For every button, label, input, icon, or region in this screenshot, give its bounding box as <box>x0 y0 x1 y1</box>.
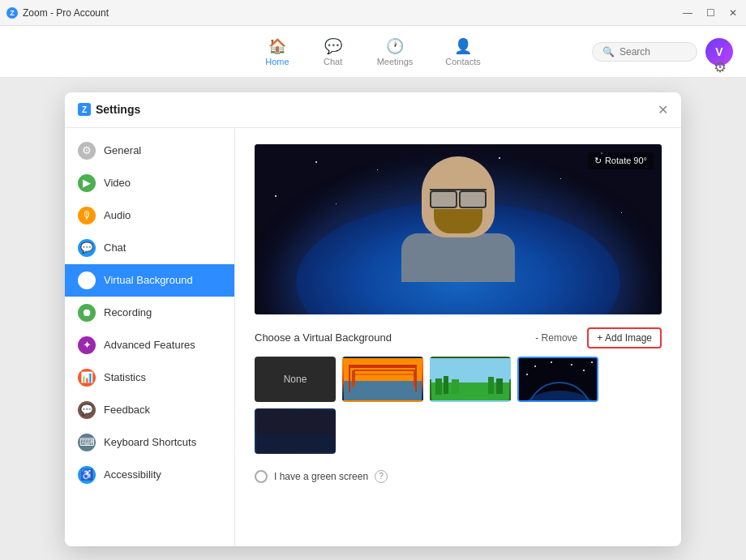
minimize-button[interactable]: — <box>681 7 694 19</box>
sidebar-item-audio[interactable]: 🎙 Audio <box>65 199 234 232</box>
app-title: Zoom - Pro Account <box>23 7 109 19</box>
preview-person <box>393 156 523 302</box>
video-icon: ▶ <box>78 174 96 192</box>
sidebar-item-virtual-background[interactable]: 🖼 Virtual Background <box>65 264 234 297</box>
settings-modal: Z Settings ✕ ⚙ General ▶ Video 🎙 Audio <box>65 92 681 546</box>
svg-point-18 <box>571 364 572 365</box>
bg-thumb-dark[interactable] <box>255 408 336 454</box>
add-image-button[interactable]: + Add Image <box>587 327 662 348</box>
keyboard-icon: ⌨ <box>78 434 96 451</box>
remove-button[interactable]: - Remove <box>535 332 577 344</box>
person-head <box>422 156 495 237</box>
sidebar-item-feedback[interactable]: 💬 Feedback <box>65 394 234 426</box>
sidebar-label-accessibility: Accessibility <box>104 468 161 481</box>
sidebar-label-virtual-background: Virtual Background <box>104 274 193 286</box>
person-glasses <box>430 189 487 205</box>
search-icon: 🔍 <box>602 46 615 58</box>
svg-rect-3 <box>414 370 417 387</box>
background-grid: None <box>255 357 662 454</box>
nav-item-chat[interactable]: 💬 Chat <box>309 31 358 73</box>
svg-rect-8 <box>435 378 442 395</box>
sidebar-item-general[interactable]: ⚙ General <box>65 135 234 167</box>
meetings-icon: 🕐 <box>386 37 404 55</box>
title-bar: Z Zoom - Pro Account — ☐ ✕ <box>0 0 746 26</box>
preview-container: ↻ Rotate 90° <box>255 144 662 314</box>
sidebar-item-recording[interactable]: ⏺ Recording <box>65 297 234 329</box>
bg-thumb-space[interactable] <box>517 357 598 402</box>
nav-bar: 🏠 Home 💬 Chat 🕐 Meetings 👤 Contacts 🔍 V <box>0 26 746 78</box>
sidebar-label-general: General <box>104 144 141 156</box>
green-screen-label: I have a green screen <box>274 471 368 482</box>
chat-nav-icon: 💬 <box>78 239 96 257</box>
nav-item-home[interactable]: 🏠 Home <box>252 31 302 73</box>
sidebar-item-statistics[interactable]: 📊 Statistics <box>65 361 234 394</box>
svg-point-21 <box>591 361 593 363</box>
settings-gear-icon[interactable]: ⚙ <box>707 52 733 83</box>
nav-item-meetings[interactable]: 🕐 Meetings <box>364 31 427 73</box>
bg-chooser-title: Choose a Virtual Background <box>255 331 392 344</box>
bg-chooser-header: Choose a Virtual Background - Remove + A… <box>255 327 662 348</box>
feedback-icon: 💬 <box>78 401 96 419</box>
chat-icon: 💬 <box>324 37 342 55</box>
settings-sidebar: ⚙ General ▶ Video 🎙 Audio 💬 Chat 🖼 <box>65 128 235 546</box>
bg-thumb-bridge[interactable] <box>342 357 423 402</box>
nav-label-home: Home <box>265 57 289 66</box>
svg-point-20 <box>526 374 528 375</box>
bg-actions: - Remove + Add Image <box>535 327 662 348</box>
sidebar-item-chat[interactable]: 💬 Chat <box>65 232 234 264</box>
sidebar-label-chat: Chat <box>104 242 126 254</box>
settings-close-button[interactable]: ✕ <box>658 102 668 118</box>
grass-preview <box>431 358 511 402</box>
maximize-button[interactable]: ☐ <box>704 7 717 19</box>
svg-point-16 <box>534 365 536 367</box>
sidebar-label-video: Video <box>104 177 131 189</box>
page-background: Z Settings ✕ ⚙ General ▶ Video 🎙 Audio <box>0 78 746 560</box>
none-label: None <box>284 374 307 385</box>
green-screen-checkbox[interactable] <box>255 470 268 483</box>
virtual-background-icon: 🖼 <box>78 271 96 289</box>
svg-rect-23 <box>256 434 336 454</box>
nav-label-contacts: Contacts <box>445 57 480 66</box>
sidebar-label-statistics: Statistics <box>104 371 146 383</box>
bridge-preview <box>344 358 423 402</box>
help-icon[interactable]: ? <box>375 470 388 483</box>
statistics-icon: 📊 <box>78 369 96 387</box>
close-button[interactable]: ✕ <box>727 7 740 19</box>
settings-content: ↻ Rotate 90° Choose a Virtual Background… <box>235 128 681 546</box>
rotate-button[interactable]: ↻ Rotate 90° <box>588 152 654 169</box>
background-chooser: Choose a Virtual Background - Remove + A… <box>255 327 662 454</box>
settings-body: ⚙ General ▶ Video 🎙 Audio 💬 Chat 🖼 <box>65 128 681 546</box>
settings-title: Settings <box>96 103 140 116</box>
sidebar-item-keyboard-shortcuts[interactable]: ⌨ Keyboard Shortcuts <box>65 426 234 459</box>
sidebar-label-recording: Recording <box>104 306 152 318</box>
bg-thumb-grass[interactable] <box>430 357 511 402</box>
svg-rect-2 <box>352 370 355 387</box>
add-image-label: + Add Image <box>597 332 652 344</box>
sidebar-item-accessibility[interactable]: ♿ Accessibility <box>65 459 234 491</box>
person-body <box>401 233 515 282</box>
person-beard <box>434 209 482 233</box>
bg-thumb-none[interactable]: None <box>255 357 336 402</box>
svg-rect-1 <box>344 381 423 402</box>
svg-point-19 <box>583 370 585 371</box>
search-input[interactable] <box>620 46 692 58</box>
settings-header: Z Settings ✕ <box>65 92 681 128</box>
settings-title-row: Z Settings <box>78 103 140 116</box>
recording-icon: ⏺ <box>78 304 96 322</box>
sidebar-label-keyboard-shortcuts: Keyboard Shortcuts <box>104 436 196 448</box>
rotate-icon: ↻ <box>594 156 602 166</box>
search-box[interactable]: 🔍 <box>592 42 697 62</box>
accessibility-icon: ♿ <box>78 466 96 484</box>
sidebar-item-video[interactable]: ▶ Video <box>65 167 234 199</box>
svg-rect-12 <box>496 378 503 394</box>
nav-center: 🏠 Home 💬 Chat 🕐 Meetings 👤 Contacts <box>252 31 493 73</box>
sidebar-label-advanced-features: Advanced Features <box>104 339 195 351</box>
window-controls: — ☐ ✕ <box>681 7 740 19</box>
svg-rect-9 <box>444 376 448 394</box>
svg-point-17 <box>551 361 552 363</box>
sidebar-label-feedback: Feedback <box>104 404 150 416</box>
sidebar-item-advanced-features[interactable]: ✦ Advanced Features <box>65 329 234 361</box>
nav-item-contacts[interactable]: 👤 Contacts <box>432 31 493 73</box>
remove-label: - Remove <box>535 332 577 344</box>
svg-rect-11 <box>488 377 494 394</box>
